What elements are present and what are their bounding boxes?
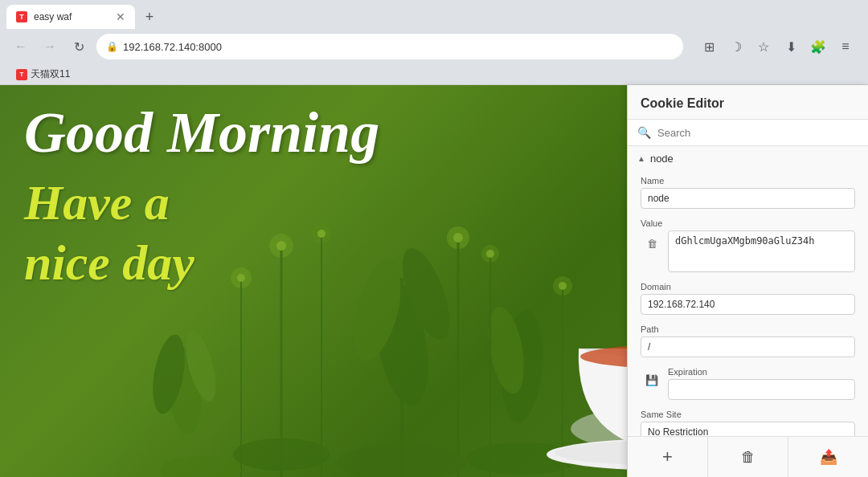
address-text: 192.168.72.140:8000 (123, 41, 674, 53)
bookmark-item[interactable]: T 天猫双11 (10, 66, 76, 83)
same-site-field-row: Same Site No Restriction Lax Strict None (628, 405, 868, 436)
tab-title: easy waf (34, 11, 109, 22)
qr-icon[interactable]: ⊞ (696, 34, 722, 59)
bookmarks-bar: T 天猫双11 (0, 64, 868, 85)
bookmark-label: 天猫双11 (31, 67, 70, 81)
good-morning-text: Good Morning (24, 101, 844, 165)
extensions-icon[interactable]: 🧩 (805, 34, 831, 59)
content-area: Good Morning Have a nice day (0, 85, 868, 477)
tab-close-button[interactable]: ✕ (116, 11, 125, 22)
export-cookie-button[interactable]: 📤 (788, 437, 868, 477)
toolbar-icons: ⊞ ☽ ☆ ⬇ 🧩 ≡ (696, 34, 858, 59)
address-bar: ← → ↻ 🔒 192.168.72.140:8000 ⊞ ☽ ☆ ⬇ 🧩 ≡ (0, 29, 868, 64)
expiration-input[interactable] (668, 379, 855, 400)
lock-icon: 🔒 (106, 41, 118, 52)
address-input-wrap[interactable]: 🔒 192.168.72.140:8000 (96, 34, 683, 59)
star-icon[interactable]: ☆ (751, 34, 776, 59)
action-bar: + 🗑 📤 (628, 436, 868, 477)
svg-point-22 (338, 445, 466, 477)
expiration-label: Expiration (668, 367, 855, 377)
moon-icon[interactable]: ☽ (723, 34, 749, 59)
have-nice-day-text: Have a nice day (24, 173, 844, 292)
same-site-select[interactable]: No Restriction Lax Strict None (641, 422, 855, 436)
delete-cookie-button[interactable]: 🗑 (708, 437, 788, 477)
trash-icon: 🗑 (741, 449, 755, 466)
path-field-row: Path (628, 320, 868, 362)
expiration-field-content: 💾 Expiration (641, 367, 855, 400)
back-button[interactable]: ← (10, 35, 32, 58)
forward-button[interactable]: → (39, 35, 61, 58)
domain-input[interactable] (641, 294, 855, 315)
svg-point-21 (233, 438, 330, 471)
add-cookie-button[interactable]: + (628, 437, 708, 477)
add-icon: + (662, 446, 673, 467)
bookmark-favicon: T (16, 69, 27, 80)
svg-point-24 (161, 456, 241, 477)
export-icon: 📤 (820, 448, 837, 466)
new-tab-button[interactable]: + (138, 6, 161, 28)
path-input[interactable] (641, 336, 855, 357)
download-icon[interactable]: ⬇ (778, 34, 804, 59)
expiration-field-row: 💾 Expiration (628, 362, 868, 405)
menu-icon[interactable]: ≡ (833, 34, 858, 59)
active-tab[interactable]: T easy waf ✕ (6, 5, 135, 29)
path-label: Path (641, 324, 855, 334)
same-site-label: Same Site (641, 410, 855, 419)
refresh-button[interactable]: ↻ (68, 35, 90, 58)
tab-bar: T easy waf ✕ + (0, 0, 868, 29)
save-expiration-button[interactable]: 💾 (641, 369, 663, 391)
tab-favicon: T (16, 11, 27, 22)
